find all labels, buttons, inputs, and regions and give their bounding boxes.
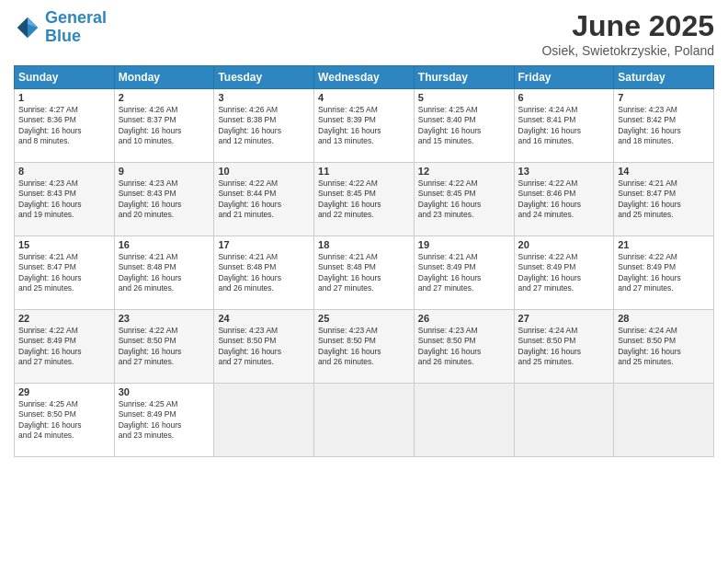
- header-cell-thursday: Thursday: [414, 66, 514, 89]
- logo: General Blue: [14, 9, 107, 46]
- logo-line1: General: [45, 8, 107, 27]
- calendar-cell: 24Sunrise: 4:23 AM Sunset: 8:50 PM Dayli…: [214, 310, 314, 384]
- calendar-cell: [614, 384, 714, 457]
- calendar-cell: 4Sunrise: 4:25 AM Sunset: 8:39 PM Daylig…: [314, 89, 415, 163]
- calendar-cell: 13Sunrise: 4:22 AM Sunset: 8:46 PM Dayli…: [514, 163, 614, 236]
- calendar-cell: 12Sunrise: 4:22 AM Sunset: 8:45 PM Dayli…: [414, 163, 514, 236]
- day-info: Sunrise: 4:21 AM Sunset: 8:49 PM Dayligh…: [418, 252, 510, 294]
- day-info: Sunrise: 4:22 AM Sunset: 8:49 PM Dayligh…: [618, 252, 710, 294]
- day-info: Sunrise: 4:23 AM Sunset: 8:50 PM Dayligh…: [318, 326, 410, 368]
- logo-icon: [14, 14, 41, 41]
- header: General Blue June 2025 Osiek, Swietokrzy…: [14, 9, 714, 58]
- day-info: Sunrise: 4:26 AM Sunset: 8:37 PM Dayligh…: [119, 105, 210, 147]
- day-info: Sunrise: 4:21 AM Sunset: 8:47 PM Dayligh…: [618, 178, 710, 221]
- day-info: Sunrise: 4:25 AM Sunset: 8:40 PM Dayligh…: [418, 105, 510, 147]
- calendar-cell: 14Sunrise: 4:21 AM Sunset: 8:47 PM Dayli…: [614, 163, 714, 236]
- calendar-cell: 3Sunrise: 4:26 AM Sunset: 8:38 PM Daylig…: [214, 89, 314, 163]
- calendar-cell: 20Sunrise: 4:22 AM Sunset: 8:49 PM Dayli…: [514, 236, 614, 310]
- day-info: Sunrise: 4:21 AM Sunset: 8:48 PM Dayligh…: [318, 252, 410, 294]
- calendar-cell: [514, 384, 614, 457]
- calendar-body: 1Sunrise: 4:27 AM Sunset: 8:36 PM Daylig…: [15, 89, 714, 457]
- calendar-cell: [414, 384, 514, 457]
- calendar-header: SundayMondayTuesdayWednesdayThursdayFrid…: [15, 66, 714, 89]
- day-info: Sunrise: 4:22 AM Sunset: 8:49 PM Dayligh…: [18, 326, 110, 368]
- day-number: 5: [418, 92, 510, 103]
- calendar-row: 8Sunrise: 4:23 AM Sunset: 8:43 PM Daylig…: [15, 163, 714, 236]
- day-info: Sunrise: 4:23 AM Sunset: 8:42 PM Dayligh…: [618, 105, 710, 147]
- day-number: 16: [119, 239, 210, 250]
- day-number: 10: [218, 166, 310, 177]
- day-number: 4: [318, 92, 410, 103]
- day-number: 25: [318, 313, 410, 324]
- day-info: Sunrise: 4:22 AM Sunset: 8:45 PM Dayligh…: [318, 178, 410, 221]
- calendar-cell: 9Sunrise: 4:23 AM Sunset: 8:43 PM Daylig…: [114, 163, 214, 236]
- month-title: June 2025: [541, 9, 714, 43]
- location: Osiek, Swietokrzyskie, Poland: [541, 43, 714, 58]
- day-number: 23: [119, 313, 210, 324]
- calendar-table: SundayMondayTuesdayWednesdayThursdayFrid…: [14, 65, 714, 457]
- calendar-cell: 8Sunrise: 4:23 AM Sunset: 8:43 PM Daylig…: [15, 163, 115, 236]
- day-number: 8: [18, 166, 110, 177]
- header-row: SundayMondayTuesdayWednesdayThursdayFrid…: [15, 66, 714, 89]
- calendar-cell: 17Sunrise: 4:21 AM Sunset: 8:48 PM Dayli…: [214, 236, 314, 310]
- calendar-row: 15Sunrise: 4:21 AM Sunset: 8:47 PM Dayli…: [15, 236, 714, 310]
- day-info: Sunrise: 4:24 AM Sunset: 8:50 PM Dayligh…: [518, 326, 610, 368]
- calendar-cell: 2Sunrise: 4:26 AM Sunset: 8:37 PM Daylig…: [114, 89, 214, 163]
- day-number: 18: [318, 239, 410, 250]
- day-number: 11: [318, 166, 410, 177]
- day-info: Sunrise: 4:23 AM Sunset: 8:50 PM Dayligh…: [418, 326, 510, 368]
- day-info: Sunrise: 4:21 AM Sunset: 8:48 PM Dayligh…: [119, 252, 210, 294]
- logo-text: General Blue: [45, 9, 107, 46]
- day-number: 6: [518, 92, 610, 103]
- calendar-cell: 18Sunrise: 4:21 AM Sunset: 8:48 PM Dayli…: [314, 236, 415, 310]
- calendar-cell: 25Sunrise: 4:23 AM Sunset: 8:50 PM Dayli…: [314, 310, 415, 384]
- header-cell-monday: Monday: [114, 66, 214, 89]
- calendar-cell: 28Sunrise: 4:24 AM Sunset: 8:50 PM Dayli…: [614, 310, 714, 384]
- day-info: Sunrise: 4:23 AM Sunset: 8:43 PM Dayligh…: [18, 178, 110, 221]
- calendar-cell: 7Sunrise: 4:23 AM Sunset: 8:42 PM Daylig…: [614, 89, 714, 163]
- calendar-cell: 16Sunrise: 4:21 AM Sunset: 8:48 PM Dayli…: [114, 236, 214, 310]
- day-number: 7: [618, 92, 710, 103]
- day-info: Sunrise: 4:22 AM Sunset: 8:45 PM Dayligh…: [418, 178, 510, 221]
- header-cell-sunday: Sunday: [15, 66, 115, 89]
- day-info: Sunrise: 4:21 AM Sunset: 8:47 PM Dayligh…: [18, 252, 110, 294]
- day-info: Sunrise: 4:22 AM Sunset: 8:46 PM Dayligh…: [518, 178, 610, 221]
- calendar-cell: [314, 384, 415, 457]
- calendar-cell: 21Sunrise: 4:22 AM Sunset: 8:49 PM Dayli…: [614, 236, 714, 310]
- day-number: 3: [218, 92, 310, 103]
- logo-line2: Blue: [45, 27, 81, 45]
- page: General Blue June 2025 Osiek, Swietokrzy…: [0, 0, 728, 563]
- day-info: Sunrise: 4:24 AM Sunset: 8:41 PM Dayligh…: [518, 105, 610, 147]
- day-info: Sunrise: 4:25 AM Sunset: 8:50 PM Dayligh…: [18, 399, 110, 442]
- day-number: 22: [18, 313, 110, 324]
- day-info: Sunrise: 4:24 AM Sunset: 8:50 PM Dayligh…: [618, 326, 710, 368]
- day-info: Sunrise: 4:23 AM Sunset: 8:43 PM Dayligh…: [119, 178, 210, 221]
- day-number: 20: [518, 239, 610, 250]
- svg-marker-1: [17, 17, 28, 39]
- day-number: 2: [119, 92, 210, 103]
- title-area: June 2025 Osiek, Swietokrzyskie, Poland: [541, 9, 714, 58]
- calendar-cell: 23Sunrise: 4:22 AM Sunset: 8:50 PM Dayli…: [114, 310, 214, 384]
- calendar-row: 1Sunrise: 4:27 AM Sunset: 8:36 PM Daylig…: [15, 89, 714, 163]
- day-info: Sunrise: 4:25 AM Sunset: 8:49 PM Dayligh…: [119, 399, 210, 442]
- calendar-cell: 15Sunrise: 4:21 AM Sunset: 8:47 PM Dayli…: [15, 236, 115, 310]
- day-number: 12: [418, 166, 510, 177]
- calendar-cell: 30Sunrise: 4:25 AM Sunset: 8:49 PM Dayli…: [114, 384, 214, 457]
- day-number: 1: [18, 92, 110, 103]
- calendar-cell: [214, 384, 314, 457]
- calendar-cell: 27Sunrise: 4:24 AM Sunset: 8:50 PM Dayli…: [514, 310, 614, 384]
- day-number: 21: [618, 239, 710, 250]
- day-info: Sunrise: 4:22 AM Sunset: 8:44 PM Dayligh…: [218, 178, 310, 221]
- day-number: 14: [618, 166, 710, 177]
- calendar-cell: 5Sunrise: 4:25 AM Sunset: 8:40 PM Daylig…: [414, 89, 514, 163]
- day-info: Sunrise: 4:26 AM Sunset: 8:38 PM Dayligh…: [218, 105, 310, 147]
- day-info: Sunrise: 4:23 AM Sunset: 8:50 PM Dayligh…: [218, 326, 310, 368]
- calendar-cell: 6Sunrise: 4:24 AM Sunset: 8:41 PM Daylig…: [514, 89, 614, 163]
- calendar-cell: 26Sunrise: 4:23 AM Sunset: 8:50 PM Dayli…: [414, 310, 514, 384]
- calendar-cell: 10Sunrise: 4:22 AM Sunset: 8:44 PM Dayli…: [214, 163, 314, 236]
- day-number: 27: [518, 313, 610, 324]
- day-number: 26: [418, 313, 510, 324]
- day-info: Sunrise: 4:27 AM Sunset: 8:36 PM Dayligh…: [18, 105, 110, 147]
- day-number: 17: [218, 239, 310, 250]
- day-number: 15: [18, 239, 110, 250]
